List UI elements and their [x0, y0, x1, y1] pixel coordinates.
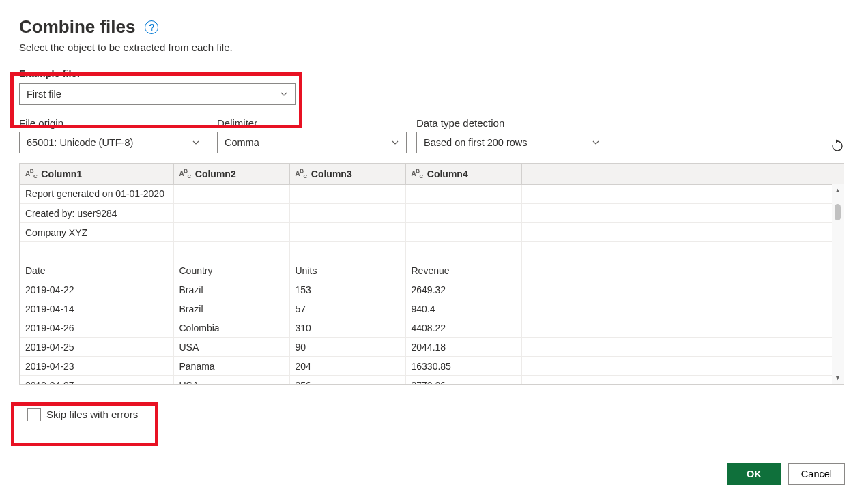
table-cell[interactable]: [173, 223, 289, 242]
skip-errors-label[interactable]: Skip files with errors: [46, 409, 138, 420]
refresh-icon[interactable]: [830, 138, 845, 153]
table-row[interactable]: 2019-04-22Brazil1532649.32: [20, 280, 844, 299]
example-file-dropdown[interactable]: First file: [19, 83, 296, 105]
preview-table: ABC Column1 ABC Column2 ABC Column3: [19, 163, 844, 385]
detection-label: Data type detection: [416, 117, 607, 129]
file-origin-label: File origin: [19, 117, 207, 129]
scroll-up-icon[interactable]: ▲: [832, 184, 844, 196]
table-cell[interactable]: [405, 242, 521, 261]
table-cell[interactable]: 16330.85: [405, 357, 521, 376]
table-cell-empty: [521, 357, 844, 376]
table-cell[interactable]: [405, 223, 521, 242]
column-header[interactable]: ABC Column4: [405, 164, 521, 184]
table-cell[interactable]: Colombia: [173, 318, 289, 338]
table-cell[interactable]: [289, 242, 405, 261]
table-cell[interactable]: [20, 242, 173, 261]
table-row[interactable]: [20, 242, 844, 261]
delimiter-dropdown[interactable]: Comma: [217, 132, 407, 153]
table-cell[interactable]: 2019-04-14: [20, 299, 173, 318]
scroll-track[interactable]: [832, 196, 844, 372]
column-name: Column2: [195, 168, 236, 179]
table-cell[interactable]: 90: [289, 338, 405, 357]
cancel-button[interactable]: Cancel: [788, 463, 845, 485]
table-cell[interactable]: Created by: user9284: [20, 204, 173, 223]
table-cell-empty: [521, 223, 844, 242]
page-subtitle: Select the object to be extracted from e…: [19, 42, 845, 53]
table-cell[interactable]: Revenue: [405, 261, 521, 280]
column-header[interactable]: ABC Column1: [20, 164, 173, 184]
table-row[interactable]: 2019-04-25USA902044.18: [20, 338, 844, 357]
table-cell[interactable]: 2019-04-25: [20, 338, 173, 357]
table-cell[interactable]: 2019-04-26: [20, 318, 173, 338]
scroll-down-icon[interactable]: ▼: [832, 372, 844, 384]
text-type-icon: ABC: [25, 168, 37, 179]
table-cell[interactable]: 2019-04-23: [20, 357, 173, 376]
table-cell[interactable]: [289, 204, 405, 223]
table-cell[interactable]: Company XYZ: [20, 223, 173, 242]
table-cell-empty: [521, 280, 844, 299]
file-origin-dropdown[interactable]: 65001: Unicode (UTF-8): [19, 132, 207, 153]
table-cell[interactable]: [289, 223, 405, 242]
table-header-row: ABC Column1 ABC Column2 ABC Column3: [20, 164, 844, 184]
table-cell[interactable]: [173, 185, 289, 204]
table-cell[interactable]: 2649.32: [405, 280, 521, 299]
skip-errors-checkbox[interactable]: [27, 408, 41, 421]
table-cell[interactable]: USA: [173, 338, 289, 357]
table-cell[interactable]: 2019-04-07: [20, 376, 173, 384]
vertical-scrollbar[interactable]: ▲ ▼: [832, 184, 844, 384]
table-cell[interactable]: 3772.26: [405, 376, 521, 384]
table-cell-empty: [521, 299, 844, 318]
table-cell-empty: [521, 338, 844, 357]
chevron-down-icon: [192, 138, 200, 147]
table-cell[interactable]: [405, 204, 521, 223]
table-row[interactable]: 2019-04-23Panama20416330.85: [20, 357, 844, 376]
table-cell[interactable]: 356: [289, 376, 405, 384]
page-title: Combine files: [19, 16, 135, 38]
table-cell[interactable]: USA: [173, 376, 289, 384]
table-cell[interactable]: [405, 185, 521, 204]
table-cell[interactable]: 153: [289, 280, 405, 299]
chevron-down-icon: [280, 90, 288, 98]
column-name: Column4: [427, 168, 468, 179]
table-row[interactable]: 2019-04-14Brazil57940.4: [20, 299, 844, 318]
table-row[interactable]: 2019-04-26Colombia3104408.22: [20, 318, 844, 338]
delimiter-value: Comma: [225, 137, 259, 148]
table-row[interactable]: Report generated on 01-01-2020: [20, 185, 844, 204]
table-row[interactable]: DateCountryUnitsRevenue: [20, 261, 844, 280]
table-cell[interactable]: 310: [289, 318, 405, 338]
table-cell[interactable]: Brazil: [173, 299, 289, 318]
scroll-thumb[interactable]: [835, 204, 841, 220]
table-cell[interactable]: [173, 242, 289, 261]
table-cell[interactable]: 57: [289, 299, 405, 318]
table-cell[interactable]: Panama: [173, 357, 289, 376]
table-cell[interactable]: 2019-04-22: [20, 280, 173, 299]
text-type-icon: ABC: [179, 168, 191, 179]
table-cell[interactable]: 2044.18: [405, 338, 521, 357]
column-name: Column1: [41, 168, 82, 179]
text-type-icon: ABC: [296, 168, 307, 179]
table-cell[interactable]: 204: [289, 357, 405, 376]
column-name: Column3: [311, 168, 352, 179]
chevron-down-icon: [592, 138, 600, 147]
column-header[interactable]: ABC Column2: [173, 164, 289, 184]
column-header[interactable]: ABC Column3: [289, 164, 405, 184]
table-cell[interactable]: [173, 204, 289, 223]
ok-button[interactable]: OK: [727, 463, 781, 485]
table-cell-empty: [521, 261, 844, 280]
table-row[interactable]: Company XYZ: [20, 223, 844, 242]
table-cell[interactable]: 940.4: [405, 299, 521, 318]
table-cell[interactable]: 4408.22: [405, 318, 521, 338]
detection-value: Based on first 200 rows: [424, 137, 528, 148]
column-header-empty: [521, 164, 844, 184]
table-cell[interactable]: [289, 185, 405, 204]
table-cell[interactable]: Date: [20, 261, 173, 280]
table-cell-empty: [521, 318, 844, 338]
table-cell[interactable]: Brazil: [173, 280, 289, 299]
table-cell[interactable]: Report generated on 01-01-2020: [20, 185, 173, 204]
table-row[interactable]: Created by: user9284: [20, 204, 844, 223]
table-cell[interactable]: Units: [289, 261, 405, 280]
table-cell[interactable]: Country: [173, 261, 289, 280]
help-icon[interactable]: ?: [145, 20, 158, 34]
table-row[interactable]: 2019-04-07USA3563772.26: [20, 376, 844, 384]
detection-dropdown[interactable]: Based on first 200 rows: [416, 132, 607, 153]
